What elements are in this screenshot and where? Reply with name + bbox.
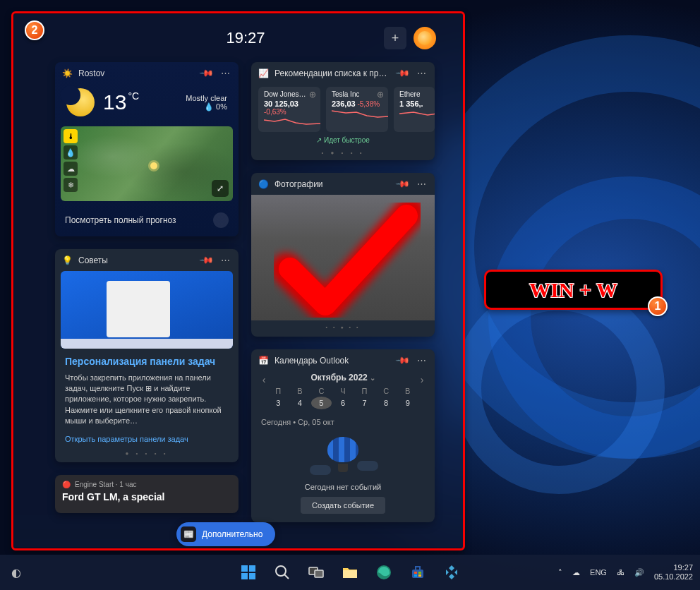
annotation-badge-2: 2 (25, 20, 44, 40)
taskbar-widgets-button[interactable]: ◐ (7, 566, 21, 579)
task-view-button[interactable] (302, 558, 330, 586)
svg-rect-11 (416, 567, 420, 570)
tray-clock[interactable]: 19:27 05.10.2022 (654, 563, 693, 582)
tray-chevron-icon[interactable]: ˄ (558, 568, 562, 577)
edge-button[interactable] (370, 558, 398, 586)
svg-rect-1 (249, 565, 255, 572)
tray-language[interactable]: ENG (590, 568, 607, 577)
svg-line-5 (284, 574, 289, 579)
tray-network-icon[interactable]: 🖧 (617, 568, 624, 577)
app-button[interactable] (438, 558, 466, 586)
svg-rect-2 (241, 573, 248, 579)
svg-rect-15 (418, 574, 421, 577)
svg-rect-0 (241, 565, 248, 572)
svg-rect-7 (315, 570, 323, 577)
tray-onedrive-icon[interactable]: ☁ (572, 568, 580, 577)
store-button[interactable] (404, 558, 432, 586)
annotation-shortcut-box: WIN + W (484, 270, 663, 310)
svg-rect-8 (343, 570, 357, 578)
svg-rect-3 (249, 573, 255, 579)
annotation-shortcut-text: WIN + W (529, 278, 617, 302)
svg-rect-12 (414, 572, 417, 574)
tray-volume-icon[interactable]: 🔊 (634, 568, 644, 577)
annotation-box-2 (11, 11, 465, 550)
file-explorer-button[interactable] (336, 558, 364, 586)
svg-rect-14 (414, 574, 417, 577)
start-button[interactable] (234, 558, 262, 586)
search-button[interactable] (268, 558, 296, 586)
annotation-badge-1: 1 (648, 296, 668, 316)
taskbar: ◐ ˄ ☁ ENG 🖧 🔊 19:27 05.10.2022 (0, 555, 700, 590)
svg-point-4 (276, 566, 286, 576)
svg-rect-13 (418, 572, 421, 574)
